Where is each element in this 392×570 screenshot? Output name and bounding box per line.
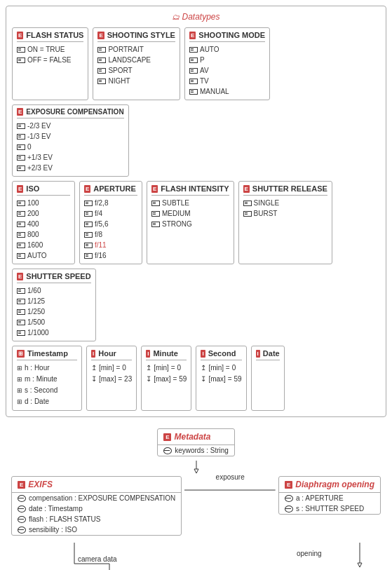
enum-shooting-style-header: E SHOOTING STYLE bbox=[97, 31, 175, 42]
shooting-mode-item-3: TV bbox=[189, 76, 265, 86]
diaphragm-attr-0: a : APERTURE bbox=[279, 493, 380, 503]
enum-shutter-release-header: E SHUTTER RELEASE bbox=[243, 184, 327, 196]
el-icon bbox=[97, 47, 106, 53]
shooting-style-item-1: LANDSCAPE bbox=[97, 55, 175, 65]
timestamp-name: Timestamp bbox=[27, 349, 68, 358]
enum-iso: E ISO 100 200 400 800 bbox=[12, 181, 75, 264]
shooting-mode-item-1: P bbox=[189, 55, 265, 65]
enum-icon: ⊞ bbox=[17, 350, 25, 358]
el-icon bbox=[97, 79, 106, 84]
enum-shooting-mode: E SHOOTING MODE AUTO P AV TV bbox=[184, 27, 270, 100]
metadata-attr-0: keywords : String bbox=[158, 445, 234, 456]
bottom-row: ⊞ Timestamp ⊞ h : Hour ⊞ m : Minute ⊞ s … bbox=[12, 346, 380, 411]
el-icon bbox=[17, 165, 25, 171]
enum-flash-intensity-header: E FLASH INTENSITY bbox=[151, 184, 229, 196]
el-icon bbox=[17, 47, 25, 53]
el-icon bbox=[17, 288, 25, 294]
shooting-mode-item-4: MANUAL bbox=[189, 86, 265, 97]
date-box: I Date bbox=[251, 346, 285, 411]
el-icon bbox=[17, 309, 25, 315]
ts-item-1: ⊞ m : Minute bbox=[17, 374, 77, 385]
second-max: ↧ [max] = 59 bbox=[201, 374, 241, 385]
el-icon bbox=[17, 155, 25, 161]
second-box: I Second ↥ [min] = 0 ↧ [max] = 59 bbox=[196, 346, 246, 411]
attr-icon bbox=[163, 447, 172, 454]
enum-aperture-name: APERTURE bbox=[93, 184, 136, 193]
exifs-attr-3: sensibility : ISO bbox=[12, 524, 181, 535]
exifs-diaphragm-row: E EXIFS compensation : EXPOSURE COMPENSA… bbox=[11, 476, 381, 536]
attr-icon bbox=[18, 505, 26, 513]
attr-icon bbox=[18, 516, 26, 523]
hour-box: I Hour ↥ [min] = 0 ↧ [max] = 23 bbox=[86, 346, 137, 411]
enum-aperture: E APERTURE f/2,8 f/4 f/5,6 f/8 bbox=[79, 181, 142, 264]
flash-intensity-item-0: SUBTLE bbox=[151, 198, 229, 208]
enum-exposure-comp-name: EXPOSURE COMPENSATION bbox=[26, 108, 123, 116]
el-icon bbox=[17, 211, 25, 217]
enum-shutter-speed-name: SHUTTER SPEED bbox=[26, 272, 90, 280]
arrow-svg bbox=[189, 461, 203, 475]
el-icon bbox=[84, 211, 93, 217]
iso-item-2: 400 bbox=[17, 219, 70, 229]
enum-shooting-style-name: SHOOTING STYLE bbox=[107, 31, 175, 39]
iso-item-5: AUTO bbox=[17, 250, 70, 261]
enum-shutter-speed-header: E SHUTTER SPEED bbox=[17, 272, 91, 283]
ts-item-0: ⊞ h : Hour bbox=[17, 362, 77, 374]
hour-min: ↥ [min] = 0 bbox=[91, 362, 132, 374]
enum-icon: I bbox=[146, 350, 150, 358]
flash-intensity-item-1: MEDIUM bbox=[151, 208, 229, 219]
timestamp-box: ⊞ Timestamp ⊞ h : Hour ⊞ m : Minute ⊞ s … bbox=[12, 346, 82, 411]
enum-exposure-comp-header: E EXPOSURE COMPENSATION bbox=[17, 108, 124, 118]
el-icon bbox=[17, 243, 25, 248]
el-icon bbox=[189, 57, 198, 63]
el-icon bbox=[17, 201, 25, 206]
enum-icon: E bbox=[17, 273, 23, 280]
enum-icon: I bbox=[201, 350, 205, 358]
diaphragm-header: E Diaphragm opening bbox=[279, 477, 380, 493]
exifs-title: EXIFS bbox=[28, 480, 53, 489]
shooting-style-item-0: PORTRAIT bbox=[97, 44, 175, 55]
second-name: Second bbox=[208, 349, 236, 358]
enum-icon: E bbox=[151, 185, 158, 193]
el-icon bbox=[17, 134, 25, 140]
el-icon bbox=[84, 201, 93, 206]
exifs-attr-1: date : Timestamp bbox=[12, 503, 181, 514]
el-icon bbox=[17, 232, 25, 238]
el-icon bbox=[17, 144, 25, 150]
minute-header: I Minute bbox=[146, 349, 187, 360]
datatypes-box: Datatypes E FLASH STATUS ON = TRUE OFF =… bbox=[6, 6, 386, 417]
metadata-row: E Metadata keywords : String bbox=[11, 428, 381, 456]
enum-iso-header: E ISO bbox=[17, 184, 70, 196]
enum-grid-row2: E ISO 100 200 400 800 bbox=[12, 181, 380, 341]
metadata-title: Metadata bbox=[174, 432, 210, 442]
enum-icon: I bbox=[256, 350, 260, 358]
el-icon bbox=[151, 222, 160, 227]
enum-icon: E bbox=[243, 185, 250, 193]
enum-iso-name: ISO bbox=[26, 184, 39, 193]
shooting-mode-item-2: AV bbox=[189, 65, 265, 76]
enum-icon: E bbox=[17, 108, 23, 116]
shutter-speed-item-2: 1/250 bbox=[17, 306, 91, 317]
el-icon bbox=[17, 57, 25, 63]
aperture-item-1: f/4 bbox=[84, 208, 137, 219]
iso-item-3: 800 bbox=[17, 229, 70, 240]
ts-item-3: ⊞ d : Date bbox=[17, 396, 77, 407]
el-icon bbox=[84, 253, 93, 259]
el-icon bbox=[189, 79, 198, 84]
el-icon bbox=[243, 211, 252, 217]
metadata-header: E Metadata bbox=[158, 429, 234, 445]
metadata-class: E Metadata keywords : String bbox=[157, 428, 235, 456]
shutter-speed-item-1: 1/125 bbox=[17, 296, 91, 306]
date-name: Date bbox=[263, 349, 280, 358]
hour-max: ↧ [max] = 23 bbox=[91, 374, 132, 385]
minute-box: I Minute ↥ [min] = 0 ↧ [max] = 59 bbox=[141, 346, 191, 411]
second-min: ↥ [min] = 0 bbox=[201, 362, 241, 374]
attr-icon bbox=[18, 527, 26, 534]
iso-item-1: 200 bbox=[17, 208, 70, 219]
el-icon bbox=[17, 320, 25, 325]
main-container: Datatypes E FLASH STATUS ON = TRUE OFF =… bbox=[0, 0, 392, 570]
enum-shooting-style: E SHOOTING STYLE PORTRAIT LANDSCAPE SPOR… bbox=[93, 27, 180, 100]
enum-shutter-release-name: SHUTTER RELEASE bbox=[252, 184, 327, 193]
iso-item-0: 100 bbox=[17, 198, 70, 208]
shutter-release-item-0: SINGLE bbox=[243, 198, 327, 208]
el-icon bbox=[17, 299, 25, 304]
